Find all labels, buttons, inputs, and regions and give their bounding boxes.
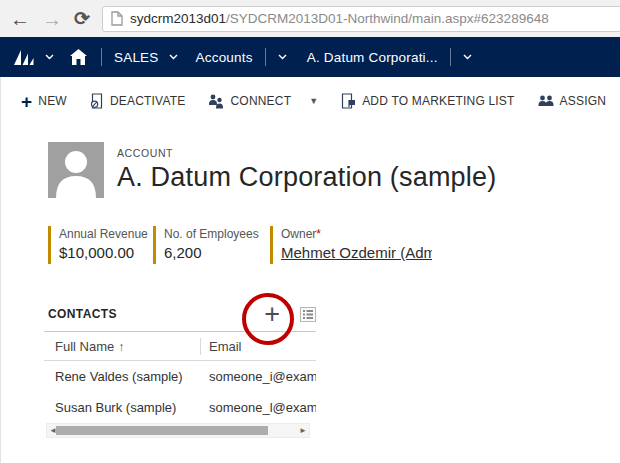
- contact-name-cell[interactable]: Rene Valdes (sample): [44, 369, 200, 384]
- dynamics-logo-button[interactable]: [12, 49, 54, 66]
- required-asterisk: *: [316, 227, 321, 241]
- contact-email-cell[interactable]: someone_i@example: [200, 369, 316, 384]
- entity-type-label: ACCOUNT: [117, 147, 496, 159]
- connect-icon: [208, 94, 224, 109]
- assign-button[interactable]: ASSIGN: [538, 94, 607, 109]
- chevron-down-icon[interactable]: [45, 54, 54, 60]
- connect-dropdown-caret-icon[interactable]: ▼: [309, 96, 318, 106]
- column-header-email[interactable]: Email: [200, 338, 316, 355]
- crm-window: ← → ⟳ sydcrm2013d01/SYDCRM2013D01-Northw…: [0, 0, 620, 463]
- contacts-header: CONTACTS +: [44, 299, 316, 329]
- nav-divider: [265, 48, 266, 66]
- add-to-marketing-list-button[interactable]: ADD TO MARKETING LIST: [341, 93, 514, 109]
- marketing-list-icon: [341, 93, 356, 109]
- url-domain: sydcrm2013d01: [130, 11, 226, 26]
- field-owner[interactable]: Owner* Mehmet Ozdemir (Admin: [270, 226, 432, 264]
- scrollbar-thumb[interactable]: [56, 426, 268, 435]
- url-path: /SYDCRM2013D01-Northwind/main.aspx#62328…: [226, 11, 549, 26]
- contact-email-cell[interactable]: someone_l@example: [200, 400, 316, 415]
- crm-navbar: SALES Accounts A. Datum Corporati...: [0, 37, 620, 77]
- add-to-marketing-list-label: ADD TO MARKETING LIST: [362, 94, 514, 108]
- home-button[interactable]: [70, 49, 87, 65]
- chevron-down-icon[interactable]: [278, 54, 287, 60]
- page-title: A. Datum Corporation (sample): [117, 162, 496, 193]
- field-no-of-employees[interactable]: No. of Employees 6,200: [153, 226, 257, 264]
- contacts-heading: CONTACTS: [44, 307, 117, 321]
- home-icon: [70, 49, 87, 65]
- chevron-down-icon[interactable]: [169, 54, 178, 60]
- contacts-table-header: Full Name↑ Email: [44, 332, 316, 361]
- deactivate-icon: [90, 93, 104, 109]
- open-grid-view-button[interactable]: [300, 307, 316, 322]
- browser-toolbar: ← → ⟳ sydcrm2013d01/SYDCRM2013D01-Northw…: [0, 0, 620, 37]
- browser-reload-icon[interactable]: ⟳: [74, 9, 90, 28]
- deactivate-button-label: DEACTIVATE: [110, 94, 186, 108]
- field-value: 6,200: [164, 244, 257, 261]
- window-edge: [0, 77, 1, 463]
- field-value: $10,000.00: [59, 244, 140, 261]
- account-title-block: ACCOUNT A. Datum Corporation (sample): [117, 142, 496, 198]
- plus-icon: +: [21, 92, 32, 111]
- column-header-full-name[interactable]: Full Name↑: [44, 339, 200, 354]
- new-button-label: NEW: [38, 94, 67, 108]
- connect-button-label: CONNECT: [230, 94, 291, 108]
- nav-sales[interactable]: SALES: [114, 50, 159, 65]
- account-avatar[interactable]: [48, 142, 104, 198]
- scroll-right-icon[interactable]: ►: [297, 426, 309, 435]
- owner-lookup-link[interactable]: Mehmet Ozdemir (Admin: [281, 244, 432, 261]
- nav-current-record[interactable]: A. Datum Corporati...: [307, 50, 438, 65]
- horizontal-scrollbar[interactable]: ◄ ►: [46, 423, 310, 438]
- field-annual-revenue[interactable]: Annual Revenue $10,000.00: [48, 226, 140, 264]
- contacts-table: Full Name↑ Email Rene Valdes (sample) so…: [44, 331, 316, 423]
- browser-forward-icon[interactable]: →: [42, 9, 62, 29]
- url-text[interactable]: sydcrm2013d01/SYDCRM2013D01-Northwind/ma…: [130, 11, 549, 26]
- chevron-down-icon[interactable]: [463, 54, 472, 60]
- field-label: Owner*: [281, 227, 432, 241]
- table-row[interactable]: Rene Valdes (sample) someone_i@example: [44, 361, 316, 392]
- connect-button[interactable]: CONNECT: [208, 94, 291, 109]
- command-bar: + NEW DEACTIVATE CONNECT ▼: [0, 77, 620, 125]
- browser-back-icon[interactable]: ←: [10, 9, 30, 29]
- assign-icon: [538, 94, 554, 109]
- nav-divider: [101, 48, 102, 66]
- nav-divider: [450, 48, 451, 66]
- contacts-subgrid: CONTACTS + Full Name↑ Email: [44, 299, 316, 423]
- header-fields: Annual Revenue $10,000.00 No. of Employe…: [48, 226, 432, 264]
- account-header: ACCOUNT A. Datum Corporation (sample): [48, 142, 496, 198]
- page-file-icon: [111, 11, 123, 26]
- sort-ascending-icon: ↑: [118, 340, 124, 354]
- field-label: No. of Employees: [164, 227, 257, 241]
- table-row[interactable]: Susan Burk (sample) someone_l@example: [44, 392, 316, 423]
- grid-list-icon: [300, 307, 316, 322]
- deactivate-button[interactable]: DEACTIVATE: [90, 93, 186, 109]
- contact-name-cell[interactable]: Susan Burk (sample): [44, 400, 200, 415]
- dynamics-logo-icon: [12, 49, 35, 66]
- add-contact-button[interactable]: +: [264, 303, 280, 325]
- address-bar[interactable]: sydcrm2013d01/SYDCRM2013D01-Northwind/ma…: [102, 6, 620, 32]
- field-label: Annual Revenue: [59, 227, 140, 241]
- assign-button-label: ASSIGN: [560, 94, 607, 108]
- new-button[interactable]: + NEW: [21, 92, 67, 111]
- nav-accounts[interactable]: Accounts: [196, 50, 253, 65]
